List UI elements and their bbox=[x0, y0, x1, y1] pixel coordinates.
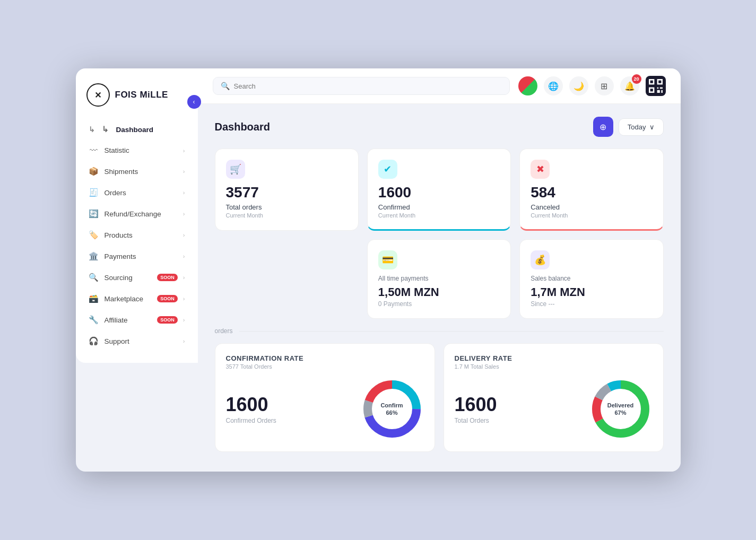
chevron-right-icon: › bbox=[183, 168, 185, 175]
chevron-right-icon: › bbox=[183, 189, 185, 196]
svg-rect-3 bbox=[658, 81, 661, 83]
sidebar-item-marketplace[interactable]: 🗃️ Marketplace soon › bbox=[81, 289, 193, 309]
total-orders-number: 3577 bbox=[226, 184, 347, 201]
sidebar-item-refund[interactable]: 🔄 Refund/Exchange › bbox=[81, 204, 193, 224]
sidebar-item-label: Shipments bbox=[105, 168, 178, 176]
total-orders-icon: 🛒 bbox=[226, 160, 245, 179]
flag-avatar[interactable] bbox=[518, 76, 537, 95]
stat-card-confirmed: ✔ 1600 Confirmed Current Month bbox=[367, 149, 511, 231]
svg-rect-5 bbox=[650, 89, 653, 91]
moon-icon[interactable]: 🌙 bbox=[569, 76, 588, 95]
sidebar-toggle-button[interactable]: ‹ bbox=[187, 95, 201, 109]
period-label: Today bbox=[628, 123, 646, 131]
refresh-icon: ⊕ bbox=[599, 122, 606, 132]
topbar-icons: 🌐 🌙 ⊞ 🔔 20 bbox=[518, 76, 666, 96]
sidebar-item-products[interactable]: 🏷️ Products › bbox=[81, 225, 193, 245]
period-selector[interactable]: Today ∨ bbox=[619, 118, 664, 136]
svg-rect-1 bbox=[650, 81, 653, 83]
sidebar-item-orders[interactable]: 🧾 Orders › bbox=[81, 182, 193, 203]
chevron-right-icon: › bbox=[183, 253, 185, 259]
affiliate-badge: soon bbox=[157, 316, 178, 324]
chart-title: Delivery Rate bbox=[455, 354, 653, 362]
svg-rect-7 bbox=[659, 88, 662, 89]
chart-title: CONFIRMATION RATE bbox=[226, 354, 424, 362]
chevron-right-icon: › bbox=[183, 317, 185, 323]
qr-code-avatar[interactable] bbox=[646, 76, 666, 96]
notification-badge: 20 bbox=[632, 74, 641, 84]
donut-label: Delivered67% bbox=[607, 402, 634, 417]
refresh-button[interactable]: ⊕ bbox=[593, 117, 613, 137]
logo-icon bbox=[86, 83, 110, 107]
sidebar-item-label: Marketplace bbox=[105, 295, 152, 303]
svg-rect-6 bbox=[657, 88, 658, 89]
sidebar: FOIS MiLLE ↳ Dashboard 〰 Statistic › 📦 S… bbox=[76, 68, 198, 363]
payment-card-sales-balance: 💰 Sales balance 1,7M MZN Since --- bbox=[519, 239, 663, 319]
payment-card-all-time: 💳 All time payments 1,50M MZN 0 Payments bbox=[367, 239, 511, 319]
sidebar-item-shipments[interactable]: 📦 Shipments › bbox=[81, 161, 193, 181]
search-box[interactable]: 🔍 bbox=[213, 77, 510, 95]
sidebar-item-sourcing[interactable]: 🔍 Sourcing soon › bbox=[81, 267, 193, 288]
header-actions: ⊕ Today ∨ bbox=[593, 117, 664, 137]
main-content: 🔍 🌐 🌙 ⊞ 🔔 20 bbox=[198, 68, 681, 472]
search-input[interactable] bbox=[234, 82, 502, 90]
products-icon: 🏷️ bbox=[89, 230, 99, 240]
chart-body: 1600 Confirmed Orders bbox=[226, 377, 424, 441]
sidebar-item-label: Orders bbox=[105, 189, 178, 197]
sidebar-item-statistic[interactable]: 〰 Statistic › bbox=[81, 141, 193, 160]
sidebar-item-label: Dashboard bbox=[116, 126, 185, 134]
payment-sublabel: 0 Payments bbox=[378, 300, 500, 308]
confirmed-label: Confirmed bbox=[378, 203, 500, 211]
grid-icon[interactable]: ⊞ bbox=[595, 76, 614, 95]
payment-amount: 1,50M MZN bbox=[378, 285, 500, 299]
sourcing-icon: 🔍 bbox=[89, 273, 99, 282]
sales-amount: 1,7M MZN bbox=[531, 285, 652, 299]
payment-label: All time payments bbox=[378, 275, 500, 282]
sales-label: Sales balance bbox=[531, 275, 652, 282]
page-area: Dashboard ⊕ Today ∨ 🛒 3577 Tota bbox=[198, 104, 681, 472]
total-orders-label: Total orders bbox=[226, 203, 347, 211]
refund-icon: 🔄 bbox=[89, 209, 99, 219]
chart-sublabel: Total Orders bbox=[455, 417, 497, 424]
sidebar-item-affiliate[interactable]: 🔧 Affiliate soon › bbox=[81, 310, 193, 330]
chevron-down-icon: ∨ bbox=[649, 123, 655, 131]
confirmation-donut: Confirm66% bbox=[360, 377, 424, 441]
marketplace-badge: soon bbox=[157, 295, 178, 302]
orders-section-label: orders bbox=[215, 327, 233, 335]
app-name: FOIS MiLLE bbox=[115, 90, 168, 100]
shipments-icon: 📦 bbox=[89, 167, 99, 176]
canceled-icon: ✖ bbox=[531, 160, 550, 179]
svg-rect-9 bbox=[661, 90, 663, 93]
page-title: Dashboard bbox=[215, 121, 270, 133]
sidebar-item-label: Products bbox=[105, 231, 178, 239]
orders-icon: 🧾 bbox=[89, 188, 99, 197]
chart-confirmation-rate: CONFIRMATION RATE 3577 Total Orders 1600… bbox=[215, 343, 435, 452]
chart-number: 1600 bbox=[226, 394, 276, 416]
sales-icon: 💰 bbox=[531, 250, 550, 269]
statistic-icon: 〰 bbox=[89, 146, 99, 155]
chevron-right-icon: › bbox=[183, 274, 185, 281]
sidebar-item-payments[interactable]: 🏛️ Payments › bbox=[81, 246, 193, 266]
app-logo: FOIS MiLLE bbox=[76, 83, 198, 119]
canceled-number: 584 bbox=[531, 184, 652, 201]
chevron-right-icon: › bbox=[183, 295, 185, 302]
sidebar-item-label: Refund/Exchange bbox=[105, 210, 178, 218]
sidebar-item-dashboard[interactable]: ↳ Dashboard bbox=[81, 119, 193, 140]
sidebar-item-support[interactable]: 🎧 Support › bbox=[81, 331, 193, 351]
payments-icon: 🏛️ bbox=[89, 251, 99, 261]
stat-card-total-orders: 🛒 3577 Total orders Current Month bbox=[215, 149, 359, 231]
chevron-right-icon: › bbox=[183, 338, 185, 344]
marketplace-icon: 🗃️ bbox=[89, 294, 99, 303]
canceled-label: Canceled bbox=[531, 203, 652, 211]
qr-icon bbox=[649, 79, 663, 93]
sidebar-item-label: Affiliate bbox=[105, 316, 152, 324]
globe-icon[interactable]: 🌐 bbox=[544, 76, 563, 95]
search-icon: 🔍 bbox=[221, 82, 230, 90]
support-icon: 🎧 bbox=[89, 336, 99, 346]
chart-subtitle: 1.7 M Total Sales bbox=[455, 363, 653, 370]
donut-label: Confirm66% bbox=[380, 402, 403, 417]
sidebar-item-label: Payments bbox=[105, 252, 178, 260]
sidebar-item-label: Support bbox=[105, 337, 178, 345]
section-line bbox=[239, 331, 664, 332]
svg-rect-8 bbox=[657, 90, 659, 93]
page-header: Dashboard ⊕ Today ∨ bbox=[215, 117, 664, 137]
